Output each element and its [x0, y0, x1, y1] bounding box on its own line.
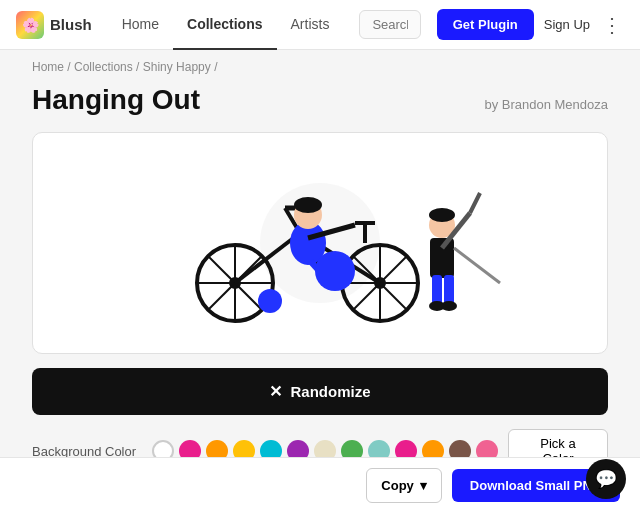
svg-point-25	[315, 251, 355, 291]
breadcrumb-home[interactable]: Home	[32, 60, 64, 74]
tab-collections[interactable]: Collections	[173, 0, 276, 50]
get-plugin-button[interactable]: Get Plugin	[437, 9, 534, 40]
svg-point-29	[429, 208, 455, 222]
logo-icon: 🌸	[16, 11, 44, 39]
logo-label: Blush	[50, 16, 92, 33]
svg-point-22	[294, 197, 322, 213]
tab-home[interactable]: Home	[108, 0, 173, 50]
main-content: Hanging Out by Brandon Mendoza	[0, 84, 640, 513]
page-title: Hanging Out	[32, 84, 200, 116]
search-box	[359, 10, 420, 39]
search-input[interactable]	[359, 10, 420, 39]
tab-artists[interactable]: Artists	[277, 0, 344, 50]
signup-button[interactable]: Sign Up	[544, 17, 590, 32]
copy-chevron-icon: ▾	[420, 478, 427, 493]
svg-rect-32	[432, 275, 442, 305]
svg-point-26	[258, 289, 282, 313]
illustration-box	[32, 132, 608, 354]
breadcrumb-shiny-happy[interactable]: Shiny Happy	[143, 60, 211, 74]
svg-line-36	[454, 248, 500, 283]
breadcrumb-sep3: /	[214, 60, 217, 74]
breadcrumb-collections[interactable]: Collections	[74, 60, 133, 74]
navbar: 🌸 Blush Home Collections Artists Get Plu…	[0, 0, 640, 50]
breadcrumb-sep2: /	[136, 60, 143, 74]
author-label: by Brandon Mendoza	[484, 97, 608, 112]
nav-tabs: Home Collections Artists	[108, 0, 344, 50]
chat-bubble-button[interactable]: 💬	[586, 459, 626, 499]
svg-line-31	[470, 193, 480, 213]
randomize-label: Randomize	[290, 383, 370, 400]
svg-point-35	[441, 301, 457, 311]
copy-label: Copy	[381, 478, 414, 493]
svg-rect-33	[444, 275, 454, 305]
illustration-svg	[80, 153, 560, 333]
copy-button[interactable]: Copy ▾	[366, 468, 442, 503]
nav-right: Get Plugin Sign Up ⋮	[437, 9, 624, 40]
randomize-button[interactable]: ✕ Randomize	[32, 368, 608, 415]
breadcrumb: Home / Collections / Shiny Happy /	[0, 50, 640, 84]
footer-bar: Copy ▾ Download Small PNG	[0, 457, 640, 513]
logo-link[interactable]: 🌸 Blush	[16, 11, 92, 39]
title-row: Hanging Out by Brandon Mendoza	[32, 84, 608, 116]
randomize-icon: ✕	[269, 382, 282, 401]
more-menu-button[interactable]: ⋮	[600, 13, 624, 37]
